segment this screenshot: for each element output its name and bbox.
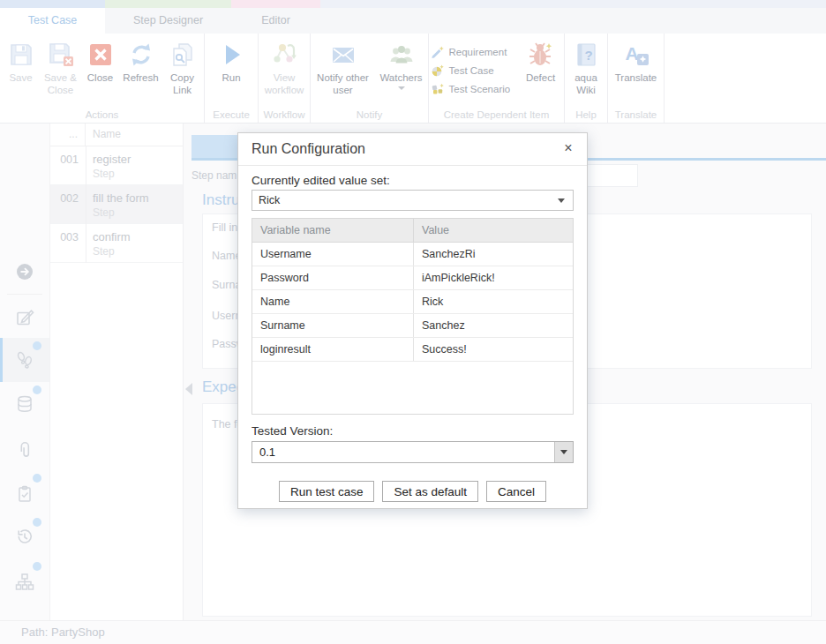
close-button[interactable]: Close [81,39,120,84]
ribbon-group-help: ? aqua Wiki Help [565,34,608,123]
save-button[interactable]: Save [2,39,41,84]
sidebar-item-go[interactable] [0,250,49,294]
close-icon [86,41,115,69]
requirement-icon [431,45,445,59]
test-case-icon [431,64,445,78]
value-set-selected-value: Rick [259,194,280,206]
variables-table-header: Variable name Value [252,219,573,243]
create-defect-button[interactable]: Defect [519,39,563,84]
create-requirement-button[interactable]: Requirement [431,42,519,61]
notify-other-user-button[interactable]: Notify other user [312,39,375,96]
variables-table: Variable name Value Username SanchezRi P… [252,218,574,415]
sidebar-item-edit[interactable] [0,296,49,340]
save-icon [7,41,35,69]
ribbon-group-translate: A Translate Translate [608,34,665,123]
app-window: Test Case Step Designer Editor Save Save… [0,0,826,644]
table-row-username[interactable]: Username SanchezRi [252,243,573,266]
variable-value-cell: Success! [414,338,573,361]
sidebar-item-attachments[interactable] [0,428,49,472]
tested-version-label: Tested Version: [252,424,574,438]
create-defect-label: Defect [526,71,555,84]
history-icon [15,527,34,546]
create-test-scenario-button[interactable]: Test Scenario [431,79,519,98]
sidebar-item-data[interactable] [0,382,49,426]
set-as-default-button[interactable]: Set as default [382,481,478,502]
save-and-close-button[interactable]: Save & Close [41,39,81,96]
refresh-label: Refresh [123,71,158,84]
svg-text:A: A [625,43,638,64]
table-row-name[interactable]: Name Rick [252,290,573,314]
status-bar: Path: PartyShop [0,620,826,644]
sidebar-item-hierarchy[interactable] [0,560,49,604]
tab-step-designer[interactable]: Step Designer [105,8,231,34]
ribbon-group-label-execute: Execute [205,109,258,120]
aqua-wiki-button[interactable]: ? aqua Wiki [566,39,606,96]
step-row-confirm[interactable]: 003 confirm Step [50,224,184,263]
table-row-loginresult[interactable]: loginresult Success! [252,338,573,362]
steps-notification-badge [33,341,41,350]
database-icon [15,394,34,414]
tasks-notification-badge [33,474,41,483]
step-name: confirm [93,230,131,243]
tab-strip-rest [320,0,826,8]
copy-link-label: Copy Link [162,71,203,96]
save-and-close-label: Save & Close [41,71,81,96]
step-row-fill-the-form[interactable]: 002 fill the form Step [50,185,184,224]
close-label: Close [87,71,113,84]
sidebar-item-history[interactable] [0,514,49,558]
step-type: Step [93,168,115,180]
rail-divider [7,294,42,295]
step-name-label: Step nam [191,169,237,182]
value-set-select[interactable]: Rick [252,190,574,211]
sidebar-item-steps[interactable] [0,338,49,382]
tested-version-combobox[interactable]: 0.1 [252,441,574,463]
variable-name-cell: Surname [252,314,414,337]
ribbon-group-label-translate: Translate [608,109,664,120]
go-icon [15,262,34,281]
instructions-heading: Instru [202,191,240,209]
tab-test-case[interactable]: Test Case [0,8,105,34]
create-test-scenario-label: Test Scenario [449,84,511,94]
step-number: 003 [50,231,86,263]
step-list: ... Name 001 register Step 002 fill the … [49,124,183,620]
ribbon-group-execute: Run Execute [205,34,259,123]
table-row-password[interactable]: Password iAmPickleRick! [252,266,573,290]
ribbon-group-notify: Notify other user Watchers Notify [311,34,429,123]
translate-button[interactable]: A Translate [612,39,661,84]
status-path: Path: PartyShop [21,625,105,639]
attachment-icon [15,440,34,460]
step-list-header-index: ... [50,124,86,146]
column-header-value: Value [414,219,573,242]
run-button[interactable]: Run [210,39,252,84]
dialog-header: Run Configuration × [238,133,587,166]
envelope-icon [329,41,357,69]
variable-name-cell: Username [252,243,414,266]
create-test-case-button[interactable]: Test Case [431,61,519,79]
active-item-indicator [0,338,3,382]
ribbon: Save Save & Close Close [0,34,826,124]
sidebar-item-tasks[interactable] [0,472,49,516]
save-close-icon [47,41,75,69]
ribbon-tab-bar: Test Case Step Designer Editor [0,8,826,34]
run-test-case-button[interactable]: Run test case [279,481,375,502]
table-row-surname[interactable]: Surname Sanchez [252,314,573,338]
tab-strip-editor [231,0,320,8]
copy-link-button[interactable]: Copy Link [162,39,203,96]
svg-text:?: ? [584,48,592,63]
view-workflow-button[interactable]: View workflow [259,39,309,96]
aqua-wiki-label: aqua Wiki [566,71,606,96]
step-row-register[interactable]: 001 register Step [50,146,184,185]
ribbon-group-create-dependent-item: Requirement Test Case Test Scenario [429,34,565,123]
watchers-button[interactable]: Watchers [375,39,428,90]
cancel-button[interactable]: Cancel [486,481,546,502]
column-header-variable-name: Variable name [252,219,414,242]
refresh-button[interactable]: Refresh [120,39,162,84]
tab-editor[interactable]: Editor [231,8,320,34]
variable-name-cell: loginresult [252,338,414,361]
dialog-title: Run Configuration [252,133,365,165]
run-configuration-dialog: Run Configuration × Currently edited val… [237,132,588,509]
dialog-close-icon[interactable]: × [559,133,578,165]
collapse-section-icon[interactable] [185,383,192,395]
ribbon-group-actions: Save Save & Close Close [0,34,205,123]
variable-name-cell: Name [252,290,414,313]
